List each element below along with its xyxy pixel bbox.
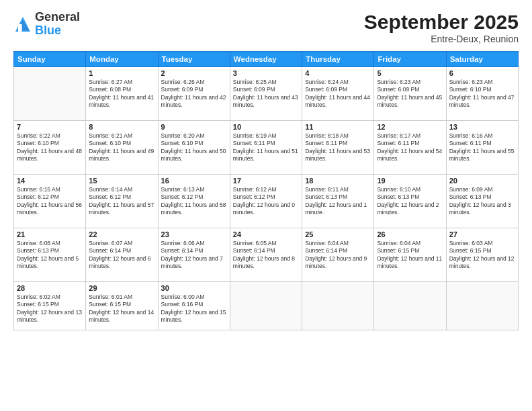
cell-info: Sunrise: 6:08 AM Sunset: 6:13 PM Dayligh… bbox=[17, 240, 83, 271]
cell-info: Sunrise: 6:17 AM Sunset: 6:11 PM Dayligh… bbox=[377, 132, 443, 163]
day-number: 21 bbox=[17, 230, 83, 238]
cell-info: Sunrise: 6:02 AM Sunset: 6:15 PM Dayligh… bbox=[17, 293, 83, 324]
day-number: 28 bbox=[17, 284, 83, 292]
calendar-week-row: 1Sunrise: 6:27 AM Sunset: 6:08 PM Daylig… bbox=[14, 67, 519, 121]
calendar-cell: 27Sunrise: 6:03 AM Sunset: 6:15 PM Dayli… bbox=[446, 228, 518, 282]
weekday-header: Wednesday bbox=[230, 52, 302, 67]
day-number: 26 bbox=[377, 230, 443, 238]
title-block: September 2025 Entre-Deux, Reunion bbox=[364, 11, 519, 44]
day-number: 25 bbox=[305, 230, 371, 238]
cell-info: Sunrise: 6:04 AM Sunset: 6:14 PM Dayligh… bbox=[305, 240, 371, 271]
calendar-cell: 22Sunrise: 6:07 AM Sunset: 6:14 PM Dayli… bbox=[86, 228, 158, 282]
cell-info: Sunrise: 6:20 AM Sunset: 6:10 PM Dayligh… bbox=[161, 132, 227, 163]
calendar-cell: 23Sunrise: 6:06 AM Sunset: 6:14 PM Dayli… bbox=[158, 228, 230, 282]
calendar-cell: 24Sunrise: 6:05 AM Sunset: 6:14 PM Dayli… bbox=[230, 228, 302, 282]
calendar-cell: 8Sunrise: 6:21 AM Sunset: 6:10 PM Daylig… bbox=[86, 121, 158, 175]
day-number: 8 bbox=[89, 123, 154, 131]
day-number: 23 bbox=[161, 230, 227, 238]
day-number: 17 bbox=[233, 177, 299, 185]
weekday-header: Friday bbox=[374, 52, 446, 67]
cell-info: Sunrise: 6:12 AM Sunset: 6:12 PM Dayligh… bbox=[233, 186, 299, 217]
calendar-cell: 2Sunrise: 6:26 AM Sunset: 6:09 PM Daylig… bbox=[158, 67, 230, 121]
cell-info: Sunrise: 6:18 AM Sunset: 6:11 PM Dayligh… bbox=[305, 132, 371, 163]
calendar-cell: 5Sunrise: 6:23 AM Sunset: 6:09 PM Daylig… bbox=[374, 67, 446, 121]
calendar-cell: 16Sunrise: 6:13 AM Sunset: 6:12 PM Dayli… bbox=[158, 175, 230, 228]
weekday-header: Thursday bbox=[302, 52, 374, 67]
calendar-cell: 10Sunrise: 6:19 AM Sunset: 6:11 PM Dayli… bbox=[230, 121, 302, 175]
weekday-header-row: SundayMondayTuesdayWednesdayThursdayFrid… bbox=[14, 52, 519, 67]
calendar-cell: 20Sunrise: 6:09 AM Sunset: 6:13 PM Dayli… bbox=[446, 175, 518, 228]
cell-info: Sunrise: 6:10 AM Sunset: 6:13 PM Dayligh… bbox=[377, 186, 443, 217]
calendar-week-row: 14Sunrise: 6:15 AM Sunset: 6:12 PM Dayli… bbox=[14, 175, 519, 228]
calendar-cell: 12Sunrise: 6:17 AM Sunset: 6:11 PM Dayli… bbox=[374, 121, 446, 175]
cell-info: Sunrise: 6:19 AM Sunset: 6:11 PM Dayligh… bbox=[233, 132, 299, 163]
cell-info: Sunrise: 6:23 AM Sunset: 6:09 PM Dayligh… bbox=[377, 79, 443, 109]
calendar-cell: 29Sunrise: 6:01 AM Sunset: 6:15 PM Dayli… bbox=[86, 282, 158, 330]
day-number: 20 bbox=[449, 177, 515, 185]
day-number: 7 bbox=[17, 123, 83, 131]
calendar-cell: 4Sunrise: 6:24 AM Sunset: 6:09 PM Daylig… bbox=[302, 67, 374, 121]
day-number: 29 bbox=[89, 284, 154, 292]
cell-info: Sunrise: 6:15 AM Sunset: 6:12 PM Dayligh… bbox=[17, 186, 83, 217]
day-number: 2 bbox=[161, 69, 227, 77]
month-title: September 2025 bbox=[364, 11, 519, 34]
calendar: SundayMondayTuesdayWednesdayThursdayFrid… bbox=[13, 51, 519, 330]
cell-info: Sunrise: 6:05 AM Sunset: 6:14 PM Dayligh… bbox=[233, 240, 299, 271]
cell-info: Sunrise: 6:14 AM Sunset: 6:12 PM Dayligh… bbox=[89, 186, 154, 217]
day-number: 10 bbox=[233, 123, 299, 131]
cell-info: Sunrise: 6:04 AM Sunset: 6:15 PM Dayligh… bbox=[377, 240, 443, 271]
day-number: 19 bbox=[377, 177, 443, 185]
logo-icon bbox=[13, 15, 32, 34]
day-number: 24 bbox=[233, 230, 299, 238]
calendar-cell: 18Sunrise: 6:11 AM Sunset: 6:13 PM Dayli… bbox=[302, 175, 374, 228]
cell-info: Sunrise: 6:22 AM Sunset: 6:10 PM Dayligh… bbox=[17, 132, 83, 163]
cell-info: Sunrise: 6:03 AM Sunset: 6:15 PM Dayligh… bbox=[449, 240, 515, 271]
cell-info: Sunrise: 6:01 AM Sunset: 6:15 PM Dayligh… bbox=[89, 293, 154, 324]
cell-info: Sunrise: 6:11 AM Sunset: 6:13 PM Dayligh… bbox=[305, 186, 371, 217]
day-number: 5 bbox=[377, 69, 443, 77]
calendar-cell: 28Sunrise: 6:02 AM Sunset: 6:15 PM Dayli… bbox=[14, 282, 86, 330]
calendar-cell bbox=[14, 67, 86, 121]
day-number: 18 bbox=[305, 177, 371, 185]
day-number: 4 bbox=[305, 69, 371, 77]
page: General Blue September 2025 Entre-Deux, … bbox=[0, 0, 532, 411]
location: Entre-Deux, Reunion bbox=[364, 34, 519, 44]
calendar-cell bbox=[230, 282, 302, 330]
calendar-cell bbox=[302, 282, 374, 330]
day-number: 16 bbox=[161, 177, 227, 185]
logo: General Blue bbox=[13, 11, 80, 38]
calendar-cell: 19Sunrise: 6:10 AM Sunset: 6:13 PM Dayli… bbox=[374, 175, 446, 228]
day-number: 13 bbox=[449, 123, 515, 131]
calendar-cell: 14Sunrise: 6:15 AM Sunset: 6:12 PM Dayli… bbox=[14, 175, 86, 228]
cell-info: Sunrise: 6:16 AM Sunset: 6:11 PM Dayligh… bbox=[449, 132, 515, 163]
svg-rect-2 bbox=[18, 24, 22, 32]
weekday-header: Sunday bbox=[14, 52, 86, 67]
calendar-cell: 15Sunrise: 6:14 AM Sunset: 6:12 PM Dayli… bbox=[86, 175, 158, 228]
cell-info: Sunrise: 6:23 AM Sunset: 6:10 PM Dayligh… bbox=[449, 79, 515, 109]
calendar-cell: 13Sunrise: 6:16 AM Sunset: 6:11 PM Dayli… bbox=[446, 121, 518, 175]
weekday-header: Saturday bbox=[446, 52, 518, 67]
day-number: 22 bbox=[89, 230, 154, 238]
calendar-cell: 7Sunrise: 6:22 AM Sunset: 6:10 PM Daylig… bbox=[14, 121, 86, 175]
cell-info: Sunrise: 6:09 AM Sunset: 6:13 PM Dayligh… bbox=[449, 186, 515, 217]
calendar-cell bbox=[374, 282, 446, 330]
calendar-cell: 3Sunrise: 6:25 AM Sunset: 6:09 PM Daylig… bbox=[230, 67, 302, 121]
day-number: 11 bbox=[305, 123, 371, 131]
calendar-cell: 26Sunrise: 6:04 AM Sunset: 6:15 PM Dayli… bbox=[374, 228, 446, 282]
day-number: 15 bbox=[89, 177, 154, 185]
calendar-cell: 30Sunrise: 6:00 AM Sunset: 6:16 PM Dayli… bbox=[158, 282, 230, 330]
calendar-cell: 6Sunrise: 6:23 AM Sunset: 6:10 PM Daylig… bbox=[446, 67, 518, 121]
calendar-cell: 9Sunrise: 6:20 AM Sunset: 6:10 PM Daylig… bbox=[158, 121, 230, 175]
cell-info: Sunrise: 6:24 AM Sunset: 6:09 PM Dayligh… bbox=[305, 79, 371, 109]
cell-info: Sunrise: 6:26 AM Sunset: 6:09 PM Dayligh… bbox=[161, 79, 227, 109]
day-number: 14 bbox=[17, 177, 83, 185]
calendar-week-row: 28Sunrise: 6:02 AM Sunset: 6:15 PM Dayli… bbox=[14, 282, 519, 330]
logo-general-text: General bbox=[35, 10, 80, 24]
calendar-cell bbox=[446, 282, 518, 330]
cell-info: Sunrise: 6:21 AM Sunset: 6:10 PM Dayligh… bbox=[89, 132, 154, 163]
header: General Blue September 2025 Entre-Deux, … bbox=[13, 11, 519, 44]
logo-blue-text: Blue bbox=[35, 24, 61, 37]
cell-info: Sunrise: 6:13 AM Sunset: 6:12 PM Dayligh… bbox=[161, 186, 227, 217]
day-number: 12 bbox=[377, 123, 443, 131]
weekday-header: Tuesday bbox=[158, 52, 230, 67]
